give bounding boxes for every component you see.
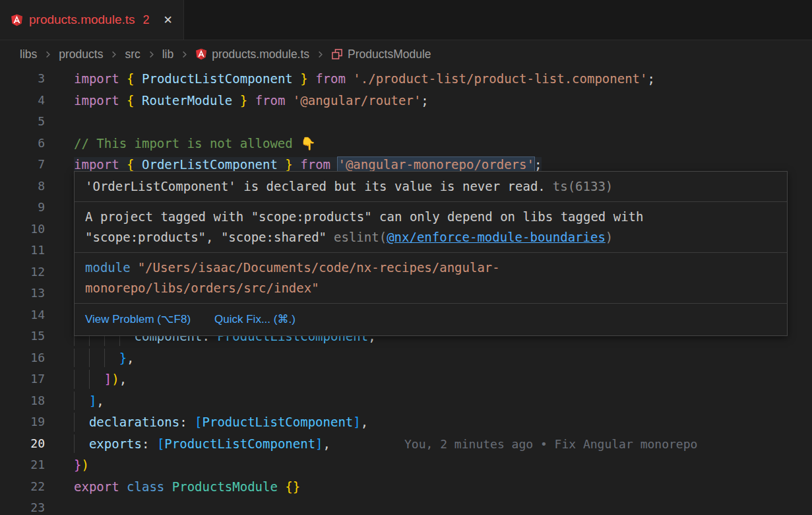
module-keyword: module xyxy=(85,260,131,275)
close-icon[interactable]: ✕ xyxy=(164,13,173,27)
code-line-17[interactable]: ]), xyxy=(74,368,812,390)
diagnostic-ts: 'OrderListComponent' is declared but its… xyxy=(75,172,787,202)
code-line-21[interactable]: }) xyxy=(74,454,812,476)
breadcrumb-item-src[interactable]: src xyxy=(125,48,140,61)
line-number: 7 xyxy=(0,154,45,176)
diagnostic-eslint: A project tagged with "scope:products" c… xyxy=(75,202,787,253)
line-number: 14 xyxy=(0,304,45,326)
code-line-23[interactable] xyxy=(74,497,812,515)
angular-icon xyxy=(11,14,23,26)
code-text: import { ProductListComponent } from './… xyxy=(74,71,655,86)
chevron-right-icon xyxy=(109,50,119,59)
module-info: module"/Users/isaac/Documents/code/nx-re… xyxy=(75,253,787,304)
code-line-20[interactable]: exports: [ProductListComponent],You, 2 m… xyxy=(74,433,812,455)
code-line-16[interactable]: }, xyxy=(74,347,812,369)
line-number: 23 xyxy=(0,497,45,515)
line-number: 13 xyxy=(0,283,45,304)
chevron-right-icon xyxy=(315,50,325,59)
code-line-3[interactable]: import { ProductListComponent } from './… xyxy=(74,68,812,90)
line-number: 16 xyxy=(0,347,45,369)
indent-guide xyxy=(74,434,89,454)
breadcrumb-label: products xyxy=(59,48,103,61)
line-number: 6 xyxy=(0,133,45,154)
line-number: 12 xyxy=(0,261,45,283)
line-number: 3 xyxy=(0,68,45,90)
breadcrumb: libsproductssrclibproducts.module.tsProd… xyxy=(0,40,812,68)
tab-problems-badge: 2 xyxy=(143,13,150,27)
view-problem-link[interactable]: View Problem (⌥F8) xyxy=(85,309,191,329)
indent-guide xyxy=(74,392,89,411)
indent-guide xyxy=(74,370,104,389)
breadcrumb-label: src xyxy=(125,48,140,61)
module-path: "/Users/isaac/Documents/code/nx-recipes/… xyxy=(85,260,500,295)
angular-icon xyxy=(195,48,207,60)
diagnostic-ts-message: 'OrderListComponent' is declared but its… xyxy=(85,179,546,193)
code-line-5[interactable] xyxy=(74,111,812,133)
code-line-4[interactable]: import { RouterModule } from '@angular/r… xyxy=(74,90,812,112)
code-line-18[interactable]: ], xyxy=(74,390,812,412)
line-number: 10 xyxy=(0,219,45,240)
line-number: 11 xyxy=(0,240,45,261)
code-text: declarations: [ProductListComponent], xyxy=(74,415,368,429)
code-text: export class ProductsModule {} xyxy=(74,479,300,494)
line-number: 9 xyxy=(0,197,45,219)
breadcrumb-item-products[interactable]: products xyxy=(59,48,103,61)
indent-guide xyxy=(74,413,89,432)
line-number: 5 xyxy=(0,111,45,133)
error-statement: import { OrderListComponent } from '@ang… xyxy=(74,157,542,172)
tab-title: products.module.ts xyxy=(29,13,135,27)
code-text: exports: [ProductListComponent], xyxy=(74,436,330,451)
breadcrumb-label: products.module.ts xyxy=(212,48,309,61)
line-number: 15 xyxy=(0,326,45,347)
eslint-rule-link[interactable]: @nx/enforce-module-boundaries xyxy=(387,230,606,244)
line-number: 21 xyxy=(0,454,45,476)
line-number: 18 xyxy=(0,390,45,412)
line-number: 8 xyxy=(0,176,45,197)
code-text: }) xyxy=(74,458,89,472)
code-line-22[interactable]: export class ProductsModule {} xyxy=(74,476,812,498)
code-line-6[interactable]: // This import is not allowed 👇 xyxy=(74,133,812,154)
diagnostic-eslint-source-prefix: eslint( xyxy=(334,230,387,244)
breadcrumb-item-lib[interactable]: lib xyxy=(162,48,174,61)
chevron-right-icon xyxy=(179,50,189,59)
line-number: 17 xyxy=(0,368,45,390)
hover-actions: View Problem (⌥F8) Quick Fix... (⌘.) xyxy=(75,304,787,335)
diagnostic-ts-source: ts(6133) xyxy=(553,179,613,193)
code-text: import { RouterModule } from '@angular/r… xyxy=(74,93,429,108)
code-text: // This import is not allowed 👇 xyxy=(74,136,316,151)
diagnostic-eslint-source-suffix: ) xyxy=(606,230,613,244)
breadcrumb-label: lib xyxy=(162,48,174,61)
class-symbol-icon xyxy=(331,48,343,60)
hover-popup: 'OrderListComponent' is declared but its… xyxy=(74,171,788,336)
line-number: 19 xyxy=(0,411,45,433)
tab-bar: products.module.ts 2 ✕ xyxy=(0,0,812,40)
quick-fix-link[interactable]: Quick Fix... (⌘.) xyxy=(214,309,296,329)
code-line-19[interactable]: declarations: [ProductListComponent], xyxy=(74,411,812,433)
git-blame-annotation: You, 2 minutes ago • Fix Angular monorep… xyxy=(404,437,697,451)
chevron-right-icon xyxy=(43,50,53,59)
line-number: 4 xyxy=(0,90,45,112)
breadcrumb-label: ProductsModule xyxy=(348,48,431,61)
line-number: 20 xyxy=(0,433,45,455)
breadcrumb-label: libs xyxy=(20,48,37,61)
chevron-right-icon xyxy=(146,50,156,59)
indent-guide xyxy=(74,349,119,368)
gutter: 34567891011121314151617181920212223 xyxy=(0,68,45,515)
line-number: 22 xyxy=(0,476,45,498)
tab-products-module[interactable]: products.module.ts 2 ✕ xyxy=(0,0,184,40)
breadcrumb-item-productsmodule[interactable]: ProductsModule xyxy=(331,48,431,61)
breadcrumb-item-products-module-ts[interactable]: products.module.ts xyxy=(195,48,309,61)
breadcrumb-item-libs[interactable]: libs xyxy=(20,48,37,61)
